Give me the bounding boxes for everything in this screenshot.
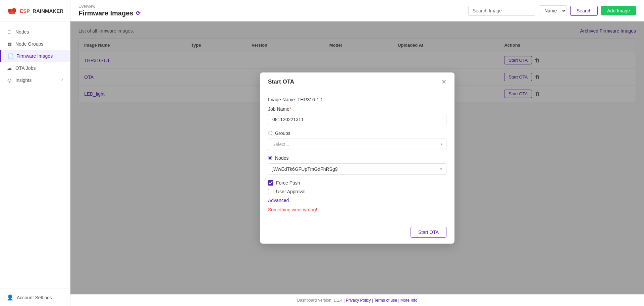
sidebar-item-firmware-images-label: Firmware Images (16, 53, 53, 59)
svg-point-4 (8, 9, 11, 12)
ota-jobs-icon: ☁ (7, 65, 12, 71)
svg-point-5 (12, 8, 16, 12)
sidebar-item-ota-jobs-label: OTA Jobs (15, 65, 36, 71)
account-settings-label: Account Settings (17, 295, 52, 300)
account-icon: 👤 (7, 294, 13, 301)
sidebar-item-node-groups-label: Node Groups (15, 41, 43, 47)
logo-esp: ESP (20, 8, 30, 14)
image-name-value: THR316-1.1 (298, 97, 323, 102)
nodes-chevron-icon[interactable]: ▾ (436, 164, 446, 174)
logo-rainmaker: RAINMAKER (33, 8, 63, 14)
start-ota-modal: Start OTA ✕ Image Name: THR316-1.1 Job N… (260, 72, 454, 244)
terms-of-use-link[interactable]: Terms of use (374, 298, 397, 303)
job-name-field: Job Name* (268, 106, 446, 125)
groups-field: Groups Select... ▾ (268, 131, 446, 150)
main-area: Overview Firmware Images ⟳ Name Search A… (70, 0, 644, 306)
sidebar-item-nodes[interactable]: ⬡ Nodes (0, 26, 70, 38)
sidebar-item-insights[interactable]: ◎ Insights ↗ (0, 74, 70, 86)
sidebar-item-ota-jobs[interactable]: ☁ OTA Jobs (0, 62, 70, 74)
insights-icon: ◎ (7, 78, 12, 83)
required-indicator: * (289, 106, 291, 112)
nodes-radio-group: Nodes (268, 155, 446, 161)
nodes-radio-label: Nodes (275, 155, 288, 161)
modal-image-name: Image Name: THR316-1.1 (268, 97, 446, 102)
firmware-images-icon: 📄 (8, 53, 13, 59)
groups-select[interactable]: Select... (268, 139, 446, 150)
advanced-link[interactable]: Advanced (268, 198, 446, 203)
image-name-label: Image Name: (268, 97, 296, 102)
content-area: List of all firmware images. Archived Fi… (70, 21, 644, 294)
node-input-wrap: ▾ (268, 163, 446, 175)
modal-header: Start OTA ✕ (260, 72, 454, 90)
search-input[interactable] (468, 6, 535, 16)
external-link-icon: ↗ (60, 78, 63, 83)
groups-radio-label: Groups (275, 131, 290, 136)
add-image-button[interactable]: Add Image (601, 6, 636, 15)
modal-body: Image Name: THR316-1.1 Job Name* Groups (260, 90, 454, 222)
topbar-left: Overview Firmware Images ⟳ (78, 4, 140, 17)
sidebar-item-nodes-label: Nodes (15, 29, 29, 35)
modal-start-ota-button[interactable]: Start OTA (411, 227, 446, 238)
modal-title: Start OTA (268, 79, 294, 85)
sidebar: ESPRAINMAKER ⬡ Nodes ▦ Node Groups 📄 Fir… (0, 0, 70, 306)
user-approval-checkbox[interactable] (268, 189, 273, 194)
more-info-link[interactable]: More Info (400, 298, 418, 303)
groups-radio-group: Groups (268, 131, 446, 136)
error-message: Something went wrong! (268, 207, 446, 212)
sidebar-item-insights-label: Insights (15, 78, 32, 83)
search-button[interactable]: Search (570, 6, 598, 16)
footer: Dashboard Version: 1.1.4 | Privacy Polic… (70, 294, 644, 306)
refresh-icon[interactable]: ⟳ (136, 10, 140, 16)
force-push-label: Force Push (276, 180, 300, 186)
svg-rect-3 (9, 12, 15, 14)
modal-footer: Start OTA (260, 222, 454, 244)
nodes-icon: ⬡ (7, 29, 12, 35)
sidebar-item-node-groups[interactable]: ▦ Node Groups (0, 38, 70, 50)
privacy-policy-link[interactable]: Privacy Policy (346, 298, 371, 303)
topbar: Overview Firmware Images ⟳ Name Search A… (70, 0, 644, 21)
sidebar-item-firmware-images[interactable]: 📄 Firmware Images (0, 50, 70, 62)
modal-close-button[interactable]: ✕ (441, 79, 446, 85)
groups-radio[interactable] (268, 131, 272, 135)
force-push-group: Force Push (268, 180, 446, 186)
version-label: Dashboard Version: 1.1.4 (297, 298, 342, 303)
groups-select-wrapper: Select... ▾ (268, 139, 446, 150)
job-name-input[interactable] (268, 114, 446, 125)
user-approval-group: User Approval (268, 189, 446, 194)
nodes-field: Nodes ▾ (268, 155, 446, 175)
topbar-right: Name Search Add Image (468, 5, 636, 16)
account-settings[interactable]: 👤 Account Settings (0, 289, 70, 306)
modal-overlay: Start OTA ✕ Image Name: THR316-1.1 Job N… (70, 21, 644, 294)
sort-select[interactable]: Name (539, 5, 567, 16)
force-push-checkbox[interactable] (268, 180, 273, 186)
node-groups-icon: ▦ (7, 41, 12, 47)
breadcrumb: Overview (78, 4, 140, 9)
nodes-input[interactable] (268, 164, 436, 174)
logo-icon (7, 5, 17, 16)
sidebar-nav: ⬡ Nodes ▦ Node Groups 📄 Firmware Images … (0, 22, 70, 289)
user-approval-label: User Approval (276, 189, 306, 194)
page-title: Firmware Images ⟳ (78, 9, 140, 17)
job-name-label: Job Name* (268, 106, 446, 112)
nodes-radio[interactable] (268, 156, 272, 160)
logo: ESPRAINMAKER (0, 0, 70, 22)
